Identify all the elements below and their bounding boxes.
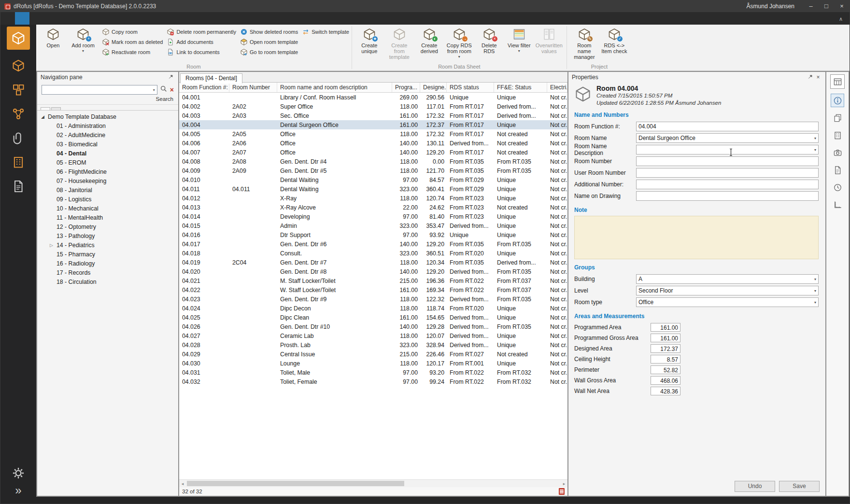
measurement-value[interactable]: 172.37: [651, 344, 680, 353]
field-input[interactable]: ▾: [636, 168, 819, 178]
sidebar-module-rooms-active[interactable]: [7, 27, 30, 50]
ribbon-tab[interactable]: [29, 12, 44, 25]
column-header[interactable]: Room name and room description: [277, 83, 392, 92]
table-row[interactable]: 04.032 Toliet, Female 97.00 99.24 From R…: [179, 377, 567, 386]
table-row[interactable]: 04.006 2A06 Office 140.00 130.11 Derived…: [179, 139, 567, 148]
expand-sidebar-button[interactable]: »: [15, 484, 21, 497]
ribbon-button[interactable]: Link to documents: [167, 48, 236, 56]
datasheet-button[interactable]: [830, 74, 845, 89]
chevron-down-icon[interactable]: ▾: [812, 148, 816, 152]
ribbon-tab[interactable]: [44, 12, 58, 25]
rooms-table-tab[interactable]: Rooms [04 - Dental]: [180, 73, 242, 84]
sidebar-module-attachments[interactable]: [10, 130, 27, 146]
table-row[interactable]: 04.023 Gen. Dent. Dtr #9 118.00 122.32 D…: [179, 294, 567, 304]
table-row[interactable]: 04.005 2A05 Office 118.00 172.32 From RT…: [179, 129, 567, 139]
tree-item[interactable]: 16 - Radiology: [37, 259, 178, 268]
column-header[interactable]: Designe...: [420, 83, 447, 92]
table-row[interactable]: 04.011 04.011 Dental Waiting 323.00 360.…: [179, 184, 567, 194]
table-row[interactable]: 04.004 Dental Surgeon Office 161.00 172.…: [179, 120, 567, 129]
tree-expander-icon[interactable]: [50, 243, 57, 248]
ribbon-button[interactable]: ✎ Room name manager ▾: [569, 26, 599, 63]
tree-item[interactable]: 01 - Administration: [37, 121, 178, 130]
column-header[interactable]: Room Function #:: [179, 83, 229, 92]
ribbon-tab[interactable]: [58, 12, 73, 25]
tree-item[interactable]: 11 - MentalHealth: [37, 213, 178, 222]
tree-item[interactable]: 10 - Mechanical: [37, 204, 178, 213]
measurement-value[interactable]: 161.00: [651, 323, 680, 332]
column-header[interactable]: Progra...: [392, 83, 420, 92]
chevron-down-icon[interactable]: ▾: [812, 277, 816, 281]
ribbon-button[interactable]: Delete room permanently: [167, 28, 236, 36]
ribbon-button[interactable]: Open ▾: [38, 26, 68, 63]
ribbon-tab[interactable]: [0, 12, 15, 25]
ribbon-button[interactable]: Show deleted rooms: [240, 28, 298, 36]
table-row[interactable]: 04.021 M. Staff Locker/Toilet 215.00 196…: [179, 276, 567, 285]
table-row[interactable]: 04.028 Prosth. Lab 323.00 328.94 Derived…: [179, 340, 567, 350]
field-combo[interactable]: Office ▾: [636, 297, 819, 307]
table-row[interactable]: 04.019 2C04 Gen. Dent. Dtr #7 118.00 120…: [179, 258, 567, 267]
ribbon-button[interactable]: × Delete RDS ▾: [474, 26, 504, 63]
scrollbar-track[interactable]: [186, 480, 561, 487]
ribbon-button[interactable]: + Add room ▾: [68, 26, 98, 63]
scrollbar-thumb[interactable]: [187, 481, 404, 486]
table-row[interactable]: 04.020 Gen. Dent. Dtr #8 140.00 129.20 D…: [179, 267, 567, 276]
ribbon-button[interactable]: View filter ▾: [504, 26, 534, 63]
tree-item[interactable]: 08 - Janitorial: [37, 185, 178, 195]
field-input[interactable]: ▾: [636, 145, 819, 154]
tree-item[interactable]: 06 - FlightMedicine: [37, 167, 178, 176]
ribbon-button[interactable]: Mark room as deleted: [102, 38, 163, 46]
tree-item[interactable]: 02 - AdultMedicine: [37, 130, 178, 140]
minimize-button[interactable]: –: [803, 0, 819, 12]
field-combo[interactable]: Second Floor ▾: [636, 286, 819, 295]
ribbon-button[interactable]: Reactivate room: [102, 48, 163, 56]
chevron-down-icon[interactable]: ▾: [151, 88, 157, 92]
sidebar-module-reports[interactable]: [10, 178, 27, 195]
table-row[interactable]: 04.016 Dtr Support 97.00 93.92 Unique Un…: [179, 230, 567, 239]
tree-item[interactable]: 18 - Circulation: [37, 277, 178, 286]
ribbon-tab[interactable]: [15, 12, 29, 25]
ribbon-tab[interactable]: [73, 12, 87, 25]
ribbon-button[interactable]: Copy room: [102, 28, 163, 36]
table-row[interactable]: 04.030 Lounge 118.00 120.17 From RT.001 …: [179, 359, 567, 368]
chevron-down-icon[interactable]: ▾: [812, 289, 816, 293]
images-tab[interactable]: [831, 146, 844, 159]
table-row[interactable]: 04.008 2A08 Gen. Dent. Dtr #4 118.00 0.0…: [179, 157, 567, 166]
sidebar-module-items[interactable]: [10, 82, 27, 98]
table-row[interactable]: 04.014 Developing 97.00 81.40 From RT.02…: [179, 212, 567, 221]
tree-item[interactable]: 04 - Dental: [37, 149, 178, 158]
tree-item[interactable]: 03 - Biomedical: [37, 140, 178, 149]
table-row[interactable]: 04.018 Consult. 323.00 360.51 From RT.02…: [179, 249, 567, 258]
table-row[interactable]: 04.009 2A09 Gen. Dent. Dtr #5 118.00 121…: [179, 166, 567, 175]
sidebar-module-buildings[interactable]: [10, 154, 27, 170]
save-button[interactable]: Save: [779, 481, 820, 492]
table-row[interactable]: 04.003 2A03 Sec. Office 161.00 172.32 Fr…: [179, 111, 567, 120]
scroll-right-icon[interactable]: ▸: [561, 481, 567, 486]
field-input[interactable]: 04.004 ▾: [636, 122, 819, 131]
field-input[interactable]: ▾: [636, 191, 819, 201]
horizontal-scrollbar[interactable]: ◂ ▸: [179, 479, 567, 487]
table-row[interactable]: 04.002 2A02 Super Office 118.00 117.01 F…: [179, 102, 567, 111]
tree-item[interactable]: 14 - Pediatrics: [37, 240, 178, 250]
field-combo[interactable]: A ▾: [636, 274, 819, 284]
measurement-value[interactable]: 52.82: [651, 365, 680, 374]
clear-search-icon[interactable]: ×: [170, 86, 174, 93]
close-button[interactable]: ×: [834, 0, 850, 12]
table-row[interactable]: 04.031 Toliet, Male 97.00 93.20 From RT.…: [179, 368, 567, 377]
chevron-down-icon[interactable]: ▾: [812, 300, 816, 305]
table-row[interactable]: 04.012 X-Ray 118.00 120.74 From RT.023 U…: [179, 194, 567, 203]
scroll-left-icon[interactable]: ◂: [179, 481, 186, 486]
search-link[interactable]: Search: [37, 95, 178, 105]
table-row[interactable]: 04.010 Dental Waiting 97.00 84.57 From R…: [179, 175, 567, 184]
sidebar-module-rooms[interactable]: [10, 57, 27, 74]
table-row[interactable]: 04.013 X-Ray Alcove 22.00 24.62 From RT.…: [179, 203, 567, 212]
documents-tab[interactable]: [831, 163, 844, 177]
sidebar-module-systems[interactable]: [10, 106, 27, 122]
field-input[interactable]: ▾: [636, 156, 819, 166]
tree-item[interactable]: 13 - Pathology: [37, 231, 178, 240]
pin-icon[interactable]: [167, 74, 175, 81]
pin-icon[interactable]: [807, 74, 814, 81]
close-panel-icon[interactable]: ×: [814, 74, 822, 81]
ribbon-button[interactable]: ◐ Create derived ▾: [414, 26, 444, 63]
info-tab[interactable]: [831, 94, 844, 107]
ribbon-button[interactable]: Add documents: [167, 38, 236, 46]
